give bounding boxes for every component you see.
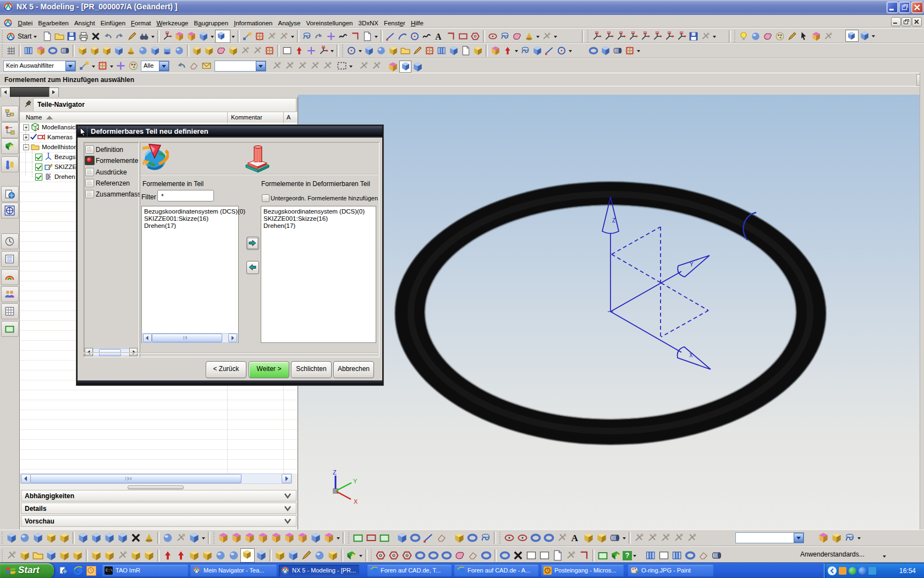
svg-text:Y: Y	[353, 478, 358, 484]
svg-text:Z: Z	[612, 217, 615, 223]
svg-text:Y: Y	[690, 261, 694, 268]
svg-text:Z: Z	[333, 469, 337, 476]
svg-text:X: X	[354, 498, 358, 505]
svg-text:X: X	[689, 352, 693, 358]
